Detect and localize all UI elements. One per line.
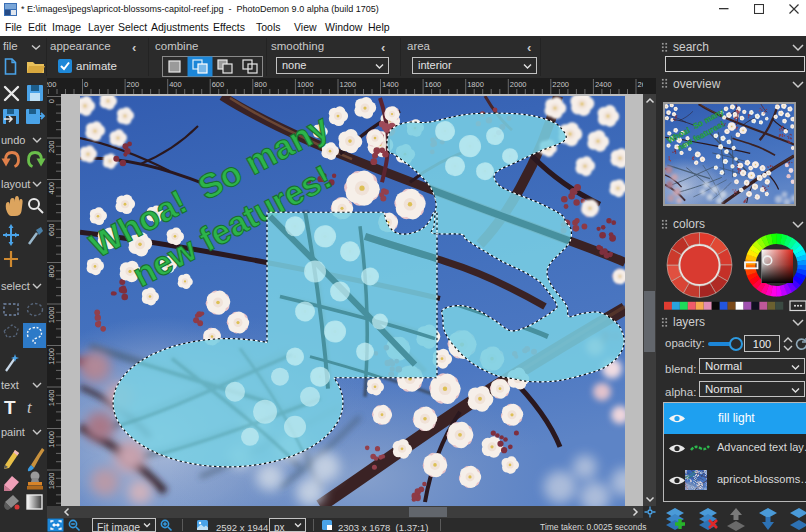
- svg-text:0: 0: [84, 80, 88, 89]
- svg-text:1800: 1800: [47, 473, 56, 490]
- svg-text:2600: 2600: [638, 80, 644, 89]
- svg-text:800: 800: [47, 265, 56, 278]
- svg-text:1000: 1000: [297, 80, 314, 89]
- svg-text:200: 200: [47, 141, 56, 154]
- svg-text:600: 600: [47, 224, 56, 237]
- svg-text:layout: layout: [1, 178, 30, 190]
- svg-text:undo: undo: [1, 134, 25, 146]
- svg-text:800: 800: [254, 80, 267, 89]
- svg-text:text: text: [1, 379, 19, 391]
- svg-text:2400: 2400: [595, 80, 612, 89]
- svg-text:1800: 1800: [467, 80, 484, 89]
- svg-text:2000: 2000: [510, 80, 527, 89]
- svg-text:1400: 1400: [382, 80, 399, 89]
- svg-text:t: t: [27, 398, 33, 417]
- svg-text:400: 400: [47, 182, 56, 195]
- svg-text:0: 0: [47, 99, 56, 103]
- svg-text:1200: 1200: [340, 80, 357, 89]
- svg-text:1600: 1600: [47, 431, 56, 448]
- svg-text:600: 600: [212, 80, 225, 89]
- svg-text:T: T: [4, 397, 16, 418]
- svg-text:200: 200: [127, 80, 140, 89]
- svg-text:400: 400: [169, 80, 182, 89]
- svg-text:1200: 1200: [47, 348, 56, 365]
- svg-text:2200: 2200: [552, 80, 569, 89]
- svg-text:select: select: [1, 280, 30, 292]
- svg-text:-200: -200: [47, 80, 56, 89]
- svg-text:paint: paint: [1, 426, 25, 438]
- svg-text:1000: 1000: [47, 307, 56, 324]
- svg-text:1600: 1600: [425, 80, 442, 89]
- svg-text:1400: 1400: [47, 390, 56, 407]
